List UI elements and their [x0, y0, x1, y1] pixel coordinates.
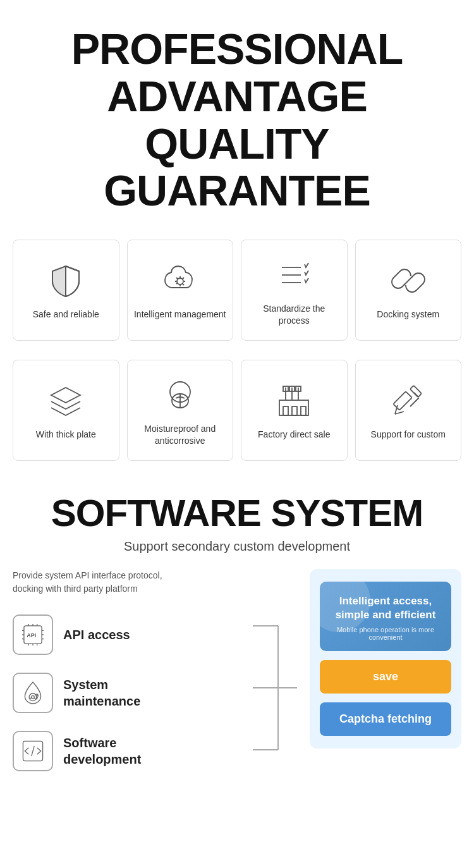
sw-feature-label: API access	[63, 627, 130, 643]
svg-rect-31	[410, 386, 422, 397]
software-title: SOFTWARE SYSTEM	[13, 492, 461, 534]
feature-label: Safe and reliable	[33, 309, 99, 321]
save-button[interactable]: save	[320, 660, 451, 694]
cloud-settings-icon	[161, 262, 199, 300]
feature-card-list-check: Standardize the process	[241, 240, 348, 341]
sw-feature-item-1: System maintenance	[13, 673, 240, 713]
sw-feature-label: System maintenance	[63, 676, 140, 709]
right-panel: Intelligent access, simple and efficient…	[310, 569, 461, 749]
bracket-svg	[253, 607, 297, 771]
sw-feature-item-2: Software development	[13, 731, 240, 771]
leaf-icon	[161, 376, 199, 414]
panel-header-title: Intelligent access, simple and efficient	[330, 594, 441, 622]
feature-card-cloud-settings: Intelligent management	[127, 240, 234, 341]
link-icon	[389, 262, 427, 300]
svg-line-7	[176, 278, 178, 279]
svg-point-2	[177, 278, 183, 284]
main-title: PROFESSIONAL ADVANTAGE QUALITY GUARANTEE	[13, 25, 461, 214]
features-grid-row2: With thick plate Moistureproof and antic…	[0, 353, 474, 474]
sw-feature-item-0: API API access	[13, 614, 240, 655]
svg-rect-21	[301, 406, 306, 415]
api-icon: API	[13, 614, 53, 655]
svg-marker-15	[51, 388, 80, 403]
svg-line-32	[410, 398, 419, 406]
feature-card-factory: Factory direct sale	[241, 360, 348, 461]
code-icon	[13, 731, 53, 771]
factory-icon	[275, 382, 313, 420]
svg-rect-19	[283, 406, 288, 415]
software-left: Provide system API interface protocol, d…	[13, 569, 240, 771]
features-grid-row1: Safe and reliable Intelligent management…	[0, 233, 474, 353]
feature-label: Factory direct sale	[258, 429, 330, 441]
panel-header: Intelligent access, simple and efficient…	[320, 582, 451, 651]
connector-area	[253, 607, 297, 774]
feature-label: With thick plate	[36, 429, 96, 441]
svg-line-8	[183, 284, 184, 285]
header-section: PROFESSIONAL ADVANTAGE QUALITY GUARANTEE	[0, 0, 474, 233]
feature-label: Moistureproof and anticorrosive	[134, 423, 227, 448]
svg-rect-20	[292, 406, 297, 415]
panel-header-sub: Mobile phone operation is more convenien…	[330, 626, 441, 641]
svg-point-50	[32, 696, 34, 699]
software-subtitle: Support secondary custom development	[13, 539, 461, 554]
feature-label: Docking system	[377, 309, 439, 321]
svg-line-14	[404, 276, 413, 285]
pen-ruler-icon	[389, 382, 427, 420]
feature-label: Support for custom	[371, 429, 446, 441]
svg-line-52	[32, 746, 34, 756]
svg-line-30	[395, 412, 404, 414]
feature-label: Standardize the process	[248, 303, 341, 327]
feature-card-leaf: Moistureproof and anticorrosive	[127, 360, 234, 461]
feature-card-layers: With thick plate	[13, 360, 119, 461]
feature-label: Intelligent management	[134, 309, 226, 321]
svg-line-33	[414, 393, 418, 396]
feature-card-shield: Safe and reliable	[13, 240, 119, 341]
software-section: SOFTWARE SYSTEM Support secondary custom…	[0, 474, 474, 786]
drop-wrench-icon	[13, 673, 53, 713]
layers-icon	[47, 382, 85, 420]
feature-card-link: Docking system	[355, 240, 462, 341]
list-check-icon	[275, 256, 313, 294]
feature-card-pen-ruler: Support for custom	[355, 360, 462, 461]
captcha-button[interactable]: Captcha fetching	[320, 702, 451, 736]
software-content: Provide system API interface protocol, d…	[13, 569, 461, 774]
sw-feature-label: Software development	[63, 735, 141, 767]
svg-text:API: API	[27, 632, 36, 639]
svg-rect-28	[393, 392, 412, 411]
provide-text: Provide system API interface protocol, d…	[13, 569, 240, 596]
shield-icon	[47, 262, 85, 300]
feature-list: API API access System maintenance Softwa…	[13, 614, 240, 771]
svg-line-9	[183, 278, 184, 279]
